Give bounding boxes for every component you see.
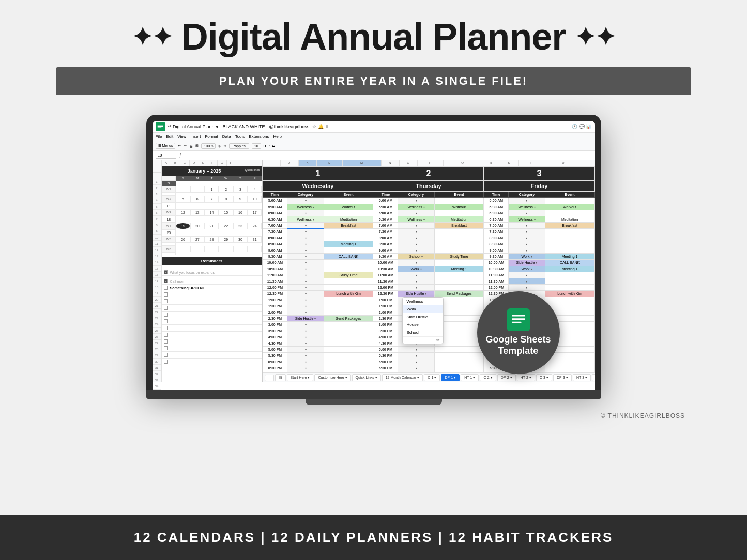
d3-1100am-event	[545, 272, 594, 278]
reminder-9-checkbox[interactable]	[164, 326, 168, 330]
d3-600am-time: 6:00 AM	[484, 210, 509, 216]
reminder-1-checkbox[interactable]: ✓	[164, 270, 168, 274]
row-6: 6	[153, 210, 161, 216]
toolbar-bold[interactable]: B	[264, 144, 266, 148]
reminder-14-checkbox[interactable]	[164, 360, 168, 364]
tab-c3[interactable]: C-3 ▾	[536, 374, 552, 381]
row-8: 8	[153, 222, 161, 228]
menu-insert[interactable]: Insert	[190, 134, 201, 139]
d1-time-header: Time	[263, 192, 287, 198]
toolbar-percent[interactable]: %	[223, 144, 226, 148]
google-sheets-icon	[507, 308, 530, 331]
dp-wellness[interactable]: Wellness	[403, 298, 443, 305]
reminder-6-checkbox[interactable]	[164, 306, 168, 310]
menu-help[interactable]: Help	[273, 134, 281, 139]
d2-c5: ▾	[398, 359, 434, 365]
calendar-header: January – 2025 Quick links	[162, 166, 262, 176]
d2-1200pm-time: 12:00 PM	[373, 285, 398, 291]
toolbar-format[interactable]: ⊞	[195, 144, 199, 148]
d3-event-header: Event	[545, 192, 594, 198]
w6-t	[205, 246, 219, 252]
tab-dp3[interactable]: DP-3 ▾	[553, 374, 572, 381]
toolbar-menus[interactable]: ☰ Menus	[156, 143, 176, 149]
menu-format[interactable]: Format	[205, 134, 218, 139]
reminder-8-checkbox[interactable]	[164, 319, 168, 323]
reminder-11-checkbox[interactable]	[164, 339, 168, 344]
reminder-2-checkbox[interactable]: ✓	[164, 279, 168, 283]
tab-ht2[interactable]: HT-2 ▾	[517, 374, 535, 381]
d1-900am-event	[324, 247, 373, 254]
d1-c4: ▾	[287, 353, 324, 359]
menu-data[interactable]: Data	[222, 134, 231, 139]
dp-house[interactable]: House	[403, 321, 443, 329]
toolbar-dollar[interactable]: $	[218, 144, 220, 148]
d1-330pm-event	[324, 328, 373, 334]
w5-m: 27	[190, 236, 205, 243]
toolbar-fontsize[interactable]: 10	[252, 143, 261, 149]
toolbar-strike[interactable]: S	[272, 144, 275, 148]
tab-quick-links[interactable]: Quick Links ▾	[352, 374, 381, 381]
tab-start-here[interactable]: Start Here ▾	[287, 374, 314, 381]
row-23: 23	[153, 315, 161, 321]
menu-tools[interactable]: Tools	[235, 134, 245, 139]
toolbar-more[interactable]: · · ·	[277, 144, 282, 148]
reminder-12-checkbox[interactable]	[164, 346, 168, 350]
d2-800am-event	[434, 235, 484, 241]
reminder-10-checkbox[interactable]	[164, 333, 168, 337]
tab-customize[interactable]: Customize Here ▾	[314, 374, 350, 381]
tab-add[interactable]: +	[265, 375, 274, 381]
main-title: ✦✦ Digital Annual Planner ✦✦	[21, 15, 726, 58]
tab-c1[interactable]: C-1 ▾	[424, 374, 440, 381]
tab-dp2[interactable]: DP-2 ▾	[497, 374, 516, 381]
laptop-wrapper: ** Digital Annual Planner - BLACK AND WH…	[146, 115, 601, 405]
reminder-4-checkbox[interactable]	[164, 292, 168, 297]
reminder-1-text: What you focus on expands	[170, 271, 215, 274]
cal-week-6: W6	[162, 246, 262, 255]
tab-ht3[interactable]: HT-3 ▾	[573, 374, 591, 381]
toolbar-italic[interactable]: I	[269, 144, 270, 148]
reminder-10	[162, 332, 262, 338]
toolbar-redo[interactable]: ↪	[184, 144, 187, 148]
dp-work[interactable]: Work	[403, 305, 443, 313]
toolbar-zoom[interactable]: 100%	[201, 143, 216, 149]
reminder-7-checkbox[interactable]	[164, 313, 168, 317]
cal-tue: T	[205, 176, 219, 181]
dp-school[interactable]: School	[403, 329, 443, 336]
d1-600am-time: 6:00 AM	[263, 210, 287, 216]
d3-1000am-event: CALL BANK	[545, 260, 594, 266]
reminder-5-checkbox[interactable]	[164, 299, 168, 303]
dp-sidehustle[interactable]: Side Hustle	[403, 313, 443, 321]
d1-1000am-cat: ▾	[287, 260, 324, 266]
tab-menu[interactable]: ▤	[275, 374, 286, 381]
d3-1100am-cat: ▾	[509, 272, 545, 278]
tab-12-month[interactable]: 12 Month Calendar ▾	[382, 374, 423, 381]
d3-1130am-event	[545, 278, 594, 285]
d1-130pm-event	[324, 303, 373, 309]
d2-time-header: Time	[373, 192, 398, 198]
w3-s: 12	[176, 209, 190, 216]
toolbar-font[interactable]: Poppins	[229, 143, 249, 149]
reminder-13-checkbox[interactable]	[164, 353, 168, 357]
reminders-spacer	[162, 265, 262, 269]
menu-view[interactable]: View	[177, 134, 186, 139]
menu-file[interactable]: File	[156, 134, 162, 139]
toolbar-undo[interactable]: ↩	[178, 144, 181, 148]
cal-week-5: W5 26 27 28 29 30 31	[162, 236, 262, 246]
col-g: G	[218, 160, 227, 166]
planner-header: 1 2 3 Wednesday Thursday Friday	[263, 167, 594, 198]
d1-800am-cat: ▾	[287, 235, 324, 241]
category-dropdown[interactable]: Wellness Work Side Hustle House School ✏	[402, 297, 444, 344]
cell-reference-input[interactable]	[156, 152, 176, 159]
w5-th: 30	[233, 236, 248, 243]
tab-c2[interactable]: C-2 ▾	[480, 374, 496, 381]
menu-extensions[interactable]: Extensions	[249, 134, 269, 139]
reminder-3-checkbox[interactable]	[164, 286, 168, 290]
tab-c4[interactable]: C-4 ▾	[592, 374, 595, 381]
toolbar-print[interactable]: 🖨	[189, 144, 193, 148]
dp-edit-icon[interactable]: ✏	[403, 336, 443, 344]
tab-ht1[interactable]: HT-1 ▾	[461, 374, 479, 381]
d3-500am-time: 5:00 AM	[484, 198, 509, 204]
menu-edit[interactable]: Edit	[166, 134, 173, 139]
tab-dp1[interactable]: DP-1 ▾	[441, 374, 460, 381]
cal-week-2: W2 5 6 7 8 9 10 11	[162, 196, 262, 209]
